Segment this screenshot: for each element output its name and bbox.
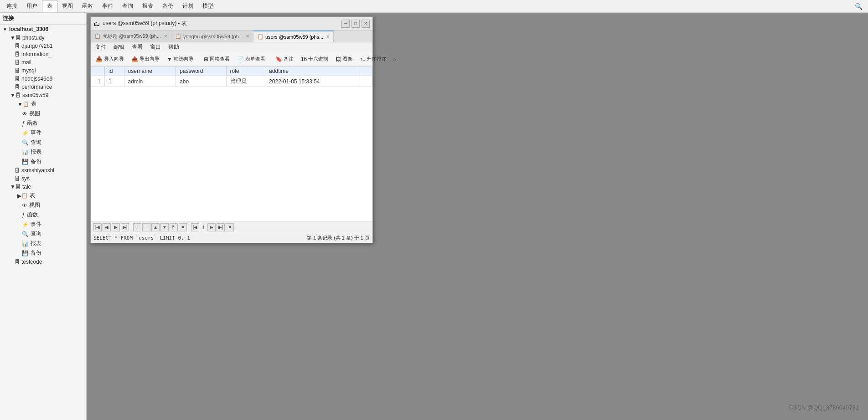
- sidebar-item-ssm05w59-view[interactable]: 👁 视图: [0, 109, 86, 118]
- table-row[interactable]: 1 1 admin abo 管理员 2022-01-05 15:33:54: [91, 76, 372, 87]
- page-clear-button[interactable]: ✕: [179, 223, 187, 231]
- grid-view-button[interactable]: ⊞ 网格查看: [201, 54, 233, 64]
- menu-help[interactable]: 帮助: [165, 42, 183, 52]
- page-last-button[interactable]: ▶|: [121, 223, 129, 231]
- table-area: id username password role addtime 1 1 a: [91, 66, 372, 221]
- maximize-button[interactable]: □: [351, 20, 360, 28]
- sidebar-item-mysql[interactable]: 🗄 mysql: [0, 67, 86, 75]
- sidebar-item-label-tale-query: 查询: [31, 230, 41, 238]
- tab-close-untitled[interactable]: ✕: [164, 34, 167, 39]
- page-prev-button[interactable]: ◀: [103, 223, 111, 231]
- sidebar-item-mail[interactable]: 🗄 mail: [0, 58, 86, 67]
- sidebar-item-label-tale-view: 视图: [29, 201, 40, 209]
- backup-icon-tale: 💾: [22, 250, 29, 256]
- menu-plan[interactable]: 计划: [178, 0, 198, 12]
- sidebar-item-tale-table[interactable]: ▶ 📋 表: [0, 191, 86, 200]
- sidebar-item-tale[interactable]: ▼ 🗄 tale: [0, 183, 86, 191]
- menu-event[interactable]: 事件: [98, 0, 118, 12]
- menu-query[interactable]: 查询: [118, 0, 138, 12]
- report-icon-tale: 📊: [22, 241, 29, 247]
- menu-user[interactable]: 用户: [22, 0, 42, 12]
- sort-asc-button[interactable]: ↑↓ 升序排序: [356, 54, 390, 64]
- database-icon-mysql: 🗄: [15, 68, 20, 73]
- sidebar-item-ssm05w59-query[interactable]: 🔍 查询: [0, 138, 86, 147]
- image-button[interactable]: 🖼 图像: [332, 54, 356, 64]
- page-down-button[interactable]: ▼: [160, 223, 169, 231]
- page-delete-button[interactable]: −: [142, 223, 150, 231]
- note-button[interactable]: 🔖 备注: [272, 54, 297, 64]
- sidebar-item-tale-function[interactable]: ƒ 函数: [0, 210, 86, 220]
- menu-view-inner[interactable]: 查看: [128, 42, 146, 52]
- menu-table[interactable]: 表: [42, 0, 57, 12]
- form-view-button[interactable]: 📄 表单查看: [234, 54, 269, 64]
- menu-connect[interactable]: 连接: [2, 0, 22, 12]
- tab-close-users[interactable]: ✕: [326, 34, 330, 39]
- page-stop-button[interactable]: ✕: [226, 223, 234, 231]
- sidebar-item-django[interactable]: 🗄 django7v281: [0, 42, 86, 50]
- menu-view[interactable]: 视图: [57, 0, 78, 12]
- export-wizard-button[interactable]: 📤 导出向导: [128, 54, 163, 64]
- sidebar-item-label-django: django7v281: [21, 43, 53, 49]
- cell-empty-1: [360, 76, 372, 87]
- menu-backup[interactable]: 备份: [158, 0, 178, 12]
- page-next-button[interactable]: ▶: [112, 223, 120, 231]
- sidebar-item-phpstudy[interactable]: ▼ 🗄 phpstudy: [0, 34, 86, 42]
- tab-users[interactable]: 📋 users @ssm05w59 (phs... ✕: [253, 31, 334, 42]
- menu-file[interactable]: 文件: [92, 42, 110, 52]
- sidebar-item-label-tale-table: 表: [30, 192, 35, 200]
- tab-label-yonghu: yonghu @ssm05w59 (ph...: [183, 34, 243, 39]
- sidebar-item-ssm05w59-backup[interactable]: 💾 备份: [0, 157, 86, 166]
- page-first-button[interactable]: |◀: [93, 223, 102, 231]
- tab-untitled[interactable]: 📋 无标题 @ssm05w59 (ph... ✕: [91, 31, 171, 42]
- filter-wizard-button[interactable]: ▼ 筛选向导: [164, 54, 197, 64]
- page-jump-last-button[interactable]: ▶|: [217, 223, 225, 231]
- sidebar-item-ssmshiyanshi[interactable]: 🗄 ssmshiyanshi: [0, 166, 86, 174]
- menu-report[interactable]: 报表: [138, 0, 158, 12]
- filter-label: 筛选向导: [174, 56, 194, 62]
- menu-window[interactable]: 窗口: [146, 42, 165, 52]
- sidebar-item-information[interactable]: 🗄 information_: [0, 50, 86, 58]
- close-button[interactable]: ✕: [362, 20, 370, 28]
- page-add-button[interactable]: +: [133, 223, 141, 231]
- sidebar-item-nodejs[interactable]: 🗄 nodejss46e9: [0, 75, 86, 83]
- page-refresh-button[interactable]: ↻: [170, 223, 178, 231]
- menu-edit[interactable]: 编辑: [110, 42, 128, 52]
- page-up-button[interactable]: ▲: [151, 223, 160, 231]
- sidebar-item-label-localhost: localhost_3306: [9, 26, 48, 32]
- sidebar-item-tale-view[interactable]: 👁 视图: [0, 200, 86, 210]
- sidebar-item-label-information: information_: [21, 51, 52, 57]
- sidebar-item-tale-report[interactable]: 📊 报表: [0, 239, 86, 248]
- tab-yonghu[interactable]: 📋 yonghu @ssm05w59 (ph... ✕: [171, 31, 253, 42]
- page-jump-first-button[interactable]: |◀: [191, 223, 199, 231]
- sidebar-item-ssm05w59-report[interactable]: 📊 报表: [0, 147, 86, 157]
- tab-close-yonghu[interactable]: ✕: [246, 34, 249, 39]
- note-icon: 🔖: [275, 56, 282, 62]
- database-icon-tale: 🗄: [16, 184, 21, 190]
- database-icon-information: 🗄: [15, 51, 20, 57]
- sidebar-item-ssm05w59[interactable]: ▼ 🗄 ssm05w59: [0, 91, 86, 99]
- menu-model[interactable]: 模型: [198, 0, 218, 12]
- export-icon: 📤: [131, 56, 138, 62]
- sidebar-item-ssm05w59-table[interactable]: ▼ 📋 表: [0, 99, 86, 109]
- sidebar-item-tale-backup[interactable]: 💾 备份: [0, 248, 86, 258]
- sidebar-item-tale-event[interactable]: ⚡ 事件: [0, 220, 86, 229]
- search-icon[interactable]: 🔍: [851, 1, 866, 12]
- menu-function[interactable]: 函数: [78, 0, 98, 12]
- database-icon-sys: 🗄: [15, 176, 20, 181]
- tab-icon-users: 📋: [257, 34, 264, 40]
- sidebar-item-ssm05w59-function[interactable]: ƒ 函数: [0, 118, 86, 128]
- sidebar-item-localhost[interactable]: ▼ localhost_3306: [0, 25, 86, 34]
- col-header-id: id: [105, 67, 124, 76]
- sidebar-item-sys[interactable]: 🗄 sys: [0, 174, 86, 183]
- sidebar-item-ssm05w59-event[interactable]: ⚡ 事件: [0, 128, 86, 138]
- sidebar-item-tale-query[interactable]: 🔍 查询: [0, 229, 86, 239]
- hex-button[interactable]: 16 十六进制: [298, 54, 331, 64]
- page-jump-next-button[interactable]: ▶: [207, 223, 216, 231]
- sidebar-item-label-mail: mail: [21, 59, 31, 66]
- import-wizard-button[interactable]: 📥 导入向导: [93, 54, 127, 64]
- pagination-sep-1: [131, 224, 131, 230]
- sidebar-item-testcode[interactable]: 🗄 testcode: [0, 258, 86, 266]
- minimize-button[interactable]: ─: [341, 20, 350, 28]
- sidebar-item-performance[interactable]: 🗄 performance: [0, 83, 86, 91]
- toolbar-more-button[interactable]: »: [391, 55, 398, 64]
